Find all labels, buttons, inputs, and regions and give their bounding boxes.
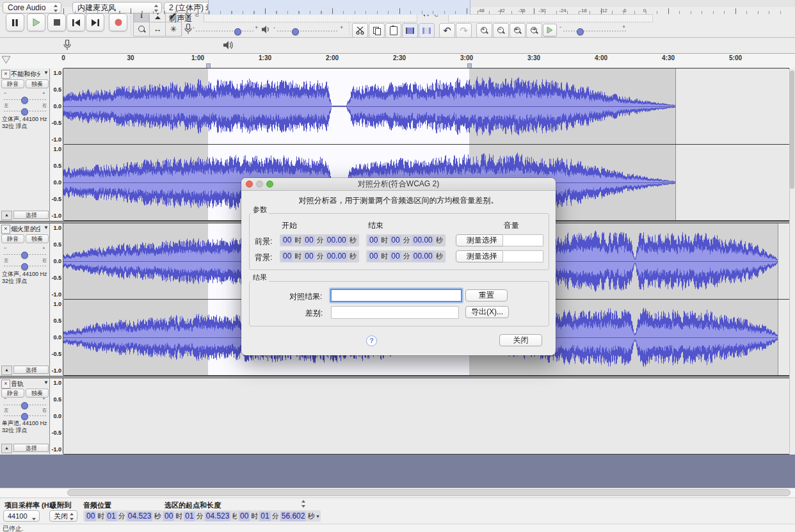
time-digit-group[interactable]: 分 [403,236,411,245]
mute-button[interactable]: 静音 [1,79,24,88]
time-digit-group[interactable]: 时 [294,252,302,261]
track2-right-vruler[interactable]: 1.00.50.0-0.5-1.0 [50,300,63,375]
foreground-end-field[interactable]: 00时00分00.00秒 [366,234,446,246]
gain-slider-thumb[interactable] [21,402,28,409]
time-digit-group[interactable]: 00 [368,236,379,245]
background-start-field[interactable]: 00时00分00.00秒 [280,250,359,262]
time-digit-group[interactable]: 分 [118,512,126,521]
record-volume-slider[interactable] [196,31,253,31]
measure-background-button[interactable]: 测量选择 [456,250,508,262]
horizontal-scrollbar-thumb[interactable] [67,489,791,496]
time-digit-group[interactable]: 秒 [435,236,444,245]
track3-control-panel[interactable]: ×音轨▼静音独奏−+左右单声道, 44100 Hz32位 浮点▲选择 [0,378,50,454]
playback-volume-slider[interactable] [277,31,339,31]
background-volume-field[interactable] [502,250,543,262]
snap-to-select[interactable]: 关闭 [49,510,77,522]
time-digit-group[interactable]: 00 [163,512,174,521]
track-close-button[interactable]: × [1,70,10,79]
time-digit-group[interactable]: 01 [184,512,195,521]
play-button[interactable] [27,13,45,31]
zoom-out-button[interactable]: − [493,23,509,38]
time-digit-group[interactable]: 分 [403,252,411,261]
track-title[interactable]: 音轨 [11,380,40,389]
track-title[interactable]: 烟火里的尘埃 [11,225,40,234]
time-digit-group[interactable]: 分 [196,512,204,521]
track-select-button[interactable]: 选择 [13,366,49,374]
audio-position-field[interactable]: 00时01分04.523秒▾ [83,510,167,522]
time-digit-group[interactable]: 秒 [349,252,357,261]
time-digit-group[interactable]: 00 [282,252,293,261]
time-digit-group[interactable]: 时 [250,512,259,521]
time-digit-group[interactable]: 00 [368,252,379,261]
track-menu-icon[interactable]: ▼ [44,70,49,76]
time-digit-group[interactable]: 秒 [307,512,315,521]
time-digit-group[interactable]: 秒 [153,512,161,521]
time-digit-group[interactable]: 分 [316,252,325,261]
playback-volume-thumb[interactable] [292,28,299,35]
dialog-close-button[interactable]: 关闭 [499,334,542,346]
paste-button[interactable] [385,23,401,38]
time-digit-group[interactable]: 时 [97,512,105,521]
undo-button[interactable]: ↶ [439,23,455,38]
export-button[interactable]: 导出(X)... [465,306,509,318]
time-digit-group[interactable]: 00 [239,512,250,521]
pause-button[interactable] [6,13,24,31]
track1-right-vruler[interactable]: 1.00.50.0-0.5-1.0 [50,145,63,220]
time-digit-group[interactable]: 00 [303,236,314,245]
time-digit-group[interactable]: 00.00 [412,252,434,261]
difference-field[interactable] [331,306,459,319]
fit-project-button[interactable]: ⇥ [526,23,542,38]
track1-control-panel[interactable]: ×不能和你分手▼静音独奏−+左右立体声, 44100 Hz32位 浮点▲选择 [0,69,50,221]
gain-slider-thumb[interactable] [21,97,28,104]
selection-mode-select[interactable]: 选区的起点和长度 [160,499,309,509]
background-end-field[interactable]: 00时00分00.00秒 [366,250,446,262]
skip-to-end-button[interactable] [86,13,104,31]
collapse-track-button[interactable]: ▲ [1,444,12,453]
foreground-volume-field[interactable] [502,234,543,246]
time-digit-group[interactable]: 00 [303,252,314,261]
track2-control-panel[interactable]: ×烟火里的尘埃▼静音独奏−+左右立体声, 44100 Hz32位 浮点▲选择 [0,223,50,376]
time-digit-group[interactable]: 分 [316,236,325,245]
audio-host-select[interactable]: Core Audio [3,2,61,13]
track3-empty-waveform-area[interactable] [63,378,789,454]
record-button[interactable] [109,13,127,31]
time-digit-group[interactable]: 时 [380,252,389,261]
silence-audio-button[interactable] [419,23,435,38]
time-digit-group[interactable]: 00 [390,252,401,261]
record-meter-bar[interactable] [204,14,417,22]
time-digit-group[interactable]: 秒 [349,236,357,245]
time-digit-group[interactable]: 00.00 [326,236,348,245]
gain-slider-thumb[interactable] [21,252,28,259]
time-digit-group[interactable]: 00.00 [326,252,348,261]
track-close-button[interactable]: × [1,380,10,389]
copy-button[interactable] [369,23,385,38]
time-digit-group[interactable]: 56.602 [280,512,307,521]
reset-button[interactable]: 重置 [465,289,508,302]
track-select-button[interactable]: 选择 [13,444,49,452]
time-digit-group[interactable]: 时 [294,236,302,245]
playback-meter-bar[interactable] [448,14,653,22]
time-digit-group[interactable]: 00 [282,236,293,245]
time-digit-group[interactable]: 时 [380,236,389,245]
project-rate-select[interactable]: 44100 [3,510,40,522]
contrast-result-field[interactable] [330,289,462,302]
track-close-button[interactable]: × [1,225,10,234]
play-at-speed-button[interactable] [543,24,557,36]
time-digit-group[interactable]: 00 [390,236,401,245]
time-digit-group[interactable]: 时 [175,512,183,521]
time-digit-group[interactable]: 01 [106,512,116,521]
pan-slider-thumb[interactable] [21,108,28,115]
help-icon[interactable]: ? [366,335,377,346]
solo-button[interactable]: 独奏 [26,234,49,243]
record-volume-thumb[interactable] [234,28,241,35]
track1-left-waveform[interactable] [63,69,789,144]
fit-selection-button[interactable]: ⇤ [510,23,526,38]
measure-foreground-button[interactable]: 测量选择 [456,234,508,246]
track-title[interactable]: 不能和你分手 [11,70,40,79]
collapse-track-button[interactable]: ▲ [1,211,12,220]
cut-button[interactable] [352,23,368,38]
solo-button[interactable]: 独奏 [26,79,49,88]
selection-length-field[interactable]: 00时01分56.602秒▾ [237,510,321,522]
timeshift-tool-button[interactable]: ↔ [149,22,166,36]
track1-left-vruler[interactable]: 1.00.50.0-0.5-1.0 [50,69,63,144]
